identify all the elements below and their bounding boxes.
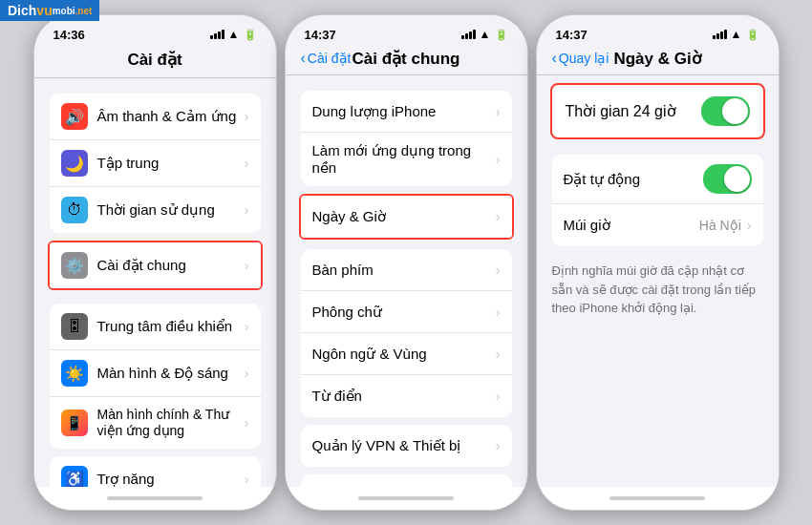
wifi-icon-2: ▲ — [480, 28, 491, 41]
battery-icon: 🔋 — [244, 29, 257, 41]
back-label-2: Cài đặt — [308, 51, 352, 66]
item-refresh[interactable]: Làm mới ứng dụng trong nền › — [301, 133, 512, 186]
wifi-icon: ▲ — [228, 28, 240, 41]
homescreen-icon: 📱 — [61, 410, 88, 436]
settings-item-homescreen[interactable]: 📱 Màn hình chính & Thư viện ứng dụng › — [50, 397, 261, 449]
auto-toggle[interactable] — [703, 164, 752, 194]
nav-back-3[interactable]: ‹ Quay lại — [552, 50, 609, 67]
bar4-2 — [473, 30, 476, 39]
item-timezone[interactable]: Múi giờ Hà Nội › — [552, 204, 763, 246]
timezone-label: Múi giờ — [564, 217, 699, 234]
chevron-vpn: › — [496, 438, 501, 453]
nav-bar-2: ‹ Cài đặt Cài đặt chung — [286, 46, 527, 75]
general-icon: ⚙️ — [61, 252, 88, 279]
settings-item-general[interactable]: ⚙️ Cài đặt chung › — [50, 242, 261, 288]
highlight-wrapper: ⚙️ Cài đặt chung › — [48, 241, 263, 290]
chevron-language: › — [496, 346, 501, 362]
focus-icon: 🌙 — [61, 150, 88, 177]
toggle-knob-auto — [724, 166, 750, 192]
language-label: Ngôn ngữ & Vùng — [312, 346, 496, 363]
focus-label: Tập trung — [97, 155, 245, 172]
item-datetime[interactable]: Ngày & Giờ › — [301, 196, 512, 238]
settings-group-1: 🔊 Âm thanh & Cảm ứng › 🌙 Tập trung › ⏱ T… — [50, 94, 261, 233]
thoi-gian-24-row[interactable]: Thời gian 24 giờ — [552, 85, 763, 137]
settings-item-display[interactable]: ☀️ Màn hình & Độ sáng › — [50, 350, 261, 397]
chevron-homescreen: › — [245, 415, 249, 430]
status-icons-3: ▲ 🔋 — [713, 28, 759, 41]
display-label: Màn hình & Độ sáng — [97, 365, 245, 382]
control-icon: 🎛 — [61, 313, 88, 340]
battery-icon-2: 🔋 — [495, 29, 508, 41]
home-bar-3 — [609, 496, 705, 500]
phone3: 14:37 ▲ 🔋 ‹ Quay lại Ngày & Giờ — [536, 14, 780, 511]
item-language[interactable]: Ngôn ngữ & Vùng › — [301, 333, 512, 375]
settings-item-accessibility[interactable]: ♿ Trợ năng › — [50, 456, 261, 487]
signal-icon — [210, 30, 224, 39]
homescreen-label: Màn hình chính & Thư viện ứng dụng — [97, 407, 245, 439]
display-icon: ☀️ — [61, 360, 88, 387]
group-chung-1: Dung lượng iPhone › Làm mới ứng dụng tro… — [301, 91, 512, 186]
nav-title-2: Cài đặt chung — [353, 49, 460, 69]
settings-item-sound[interactable]: 🔊 Âm thanh & Cảm ứng › — [50, 94, 261, 140]
chevron-dictionary: › — [496, 388, 501, 404]
bar4-3 — [724, 30, 727, 39]
battery-icon-3: 🔋 — [746, 29, 759, 41]
chevron-timezone: › — [747, 218, 752, 233]
sound-icon: 🔊 — [61, 103, 88, 130]
settings-content-3: Thời gian 24 giờ Đặt tự động Múi giờ Hà … — [537, 75, 779, 487]
watermark-mobi: mobi — [53, 6, 75, 16]
thoi-gian-24-wrapper: Thời gian 24 giờ — [550, 83, 765, 139]
home-indicator-1 — [34, 487, 276, 510]
chevron-storage: › — [496, 104, 501, 119]
bar2-2 — [465, 33, 468, 39]
watermark-dich: Dich — [8, 3, 36, 18]
bar2 — [214, 33, 217, 39]
chevron-control: › — [245, 319, 249, 334]
watermark: Dichvumobi.net — [0, 0, 99, 21]
timezone-description: Định nghĩa múi giờ đã cập nhật cơ sẵn và… — [552, 263, 757, 315]
signal-icon-2 — [461, 30, 476, 39]
font-label: Phông chữ — [312, 304, 496, 321]
auto-label: Đặt tự động — [564, 171, 703, 188]
settings-item-focus[interactable]: 🌙 Tập trung › — [50, 140, 261, 187]
sound-label: Âm thanh & Cảm ứng — [97, 108, 245, 125]
chevron-focus: › — [245, 156, 249, 171]
general-label: Cài đặt chung — [97, 257, 245, 274]
item-font[interactable]: Phông chữ › — [301, 291, 512, 333]
nav-back-2[interactable]: ‹ Cài đặt — [301, 50, 352, 67]
settings-item-screentime[interactable]: ⏱ Thời gian sử dụng › — [50, 187, 261, 233]
refresh-label: Làm mới ứng dụng trong nền — [312, 142, 496, 177]
chevron-keyboard: › — [496, 262, 501, 278]
status-bar-3: 14:37 ▲ 🔋 — [537, 15, 779, 46]
group-chung-3: Quản lý VPN & Thiết bị › — [301, 425, 512, 467]
item-keyboard[interactable]: Bàn phím › — [301, 249, 512, 291]
item-dictionary[interactable]: Từ điển › — [301, 375, 512, 417]
toggle-knob-24 — [722, 98, 748, 124]
status-bar-2: 14:37 ▲ 🔋 — [286, 15, 527, 46]
chevron-accessibility: › — [245, 472, 249, 487]
home-bar-2 — [358, 496, 454, 500]
item-vpn[interactable]: Quản lý VPN & Thiết bị › — [301, 425, 512, 467]
phones-container: 14:36 ▲ 🔋 Cài đặt 🔊 Âm thanh & — [24, 5, 789, 520]
item-legal[interactable]: Pháp lý & Quy định › — [301, 474, 512, 487]
back-chevron-2: ‹ — [301, 50, 306, 67]
settings-group-3: ♿ Trợ năng › 🖼 Hình nền › ◼ Chờ › — [50, 456, 261, 487]
time-1: 14:36 — [53, 28, 85, 42]
legal-label: Pháp lý & Quy định — [312, 487, 496, 488]
back-label-3: Quay lại — [559, 51, 609, 66]
bar1 — [210, 35, 213, 39]
item-storage[interactable]: Dung lượng iPhone › — [301, 91, 512, 133]
description-wrapper: Định nghĩa múi giờ đã cập nhật cơ sẵn và… — [537, 254, 779, 326]
bar1-2 — [461, 35, 464, 39]
thoi-gian-24-toggle[interactable] — [701, 96, 750, 126]
chevron-screentime: › — [245, 202, 249, 218]
settings-group-2: 🎛 Trung tâm điều khiển › ☀️ Màn hình & Đ… — [50, 304, 261, 449]
status-icons-1: ▲ 🔋 — [210, 28, 257, 41]
item-auto[interactable]: Đặt tự động — [552, 155, 763, 204]
bar4 — [222, 30, 224, 39]
screentime-label: Thời gian sử dụng — [97, 201, 245, 219]
home-bar-1 — [107, 496, 203, 500]
chevron-sound: › — [245, 109, 249, 124]
settings-item-control[interactable]: 🎛 Trung tâm điều khiển › — [50, 304, 261, 350]
chevron-display: › — [245, 366, 249, 381]
